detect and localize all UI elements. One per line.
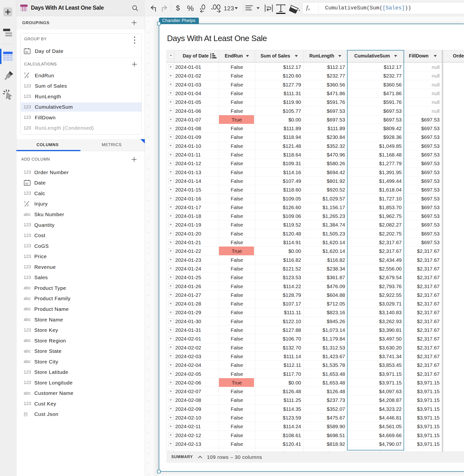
svg-text:T: T xyxy=(24,200,26,204)
svg-text:F: F xyxy=(27,75,29,79)
svg-text:T: T xyxy=(24,72,26,75)
svg-text:F: F xyxy=(27,204,29,207)
